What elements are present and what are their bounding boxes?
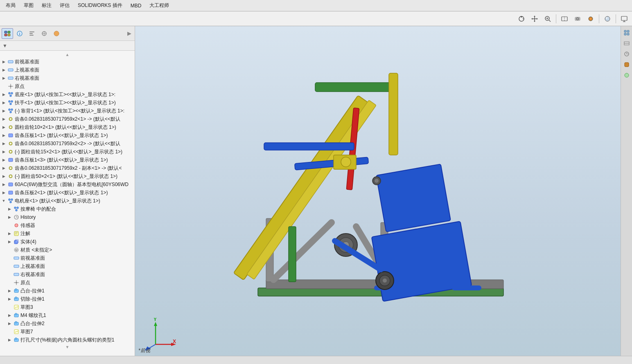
appearance-tab[interactable] (51, 28, 62, 39)
tree-item-item-yaoyi1[interactable]: ▶(-) 靠背1<1> (默认<按加工><<默认>_显示状态 1>: (0, 107, 135, 115)
tree-toggle-item-youshi-jizhu[interactable]: ▶ (1, 75, 7, 81)
tree-toggle-item-caotu7[interactable] (7, 329, 12, 335)
tree-item-item-60ac-motor[interactable]: ▶60AC(6W)微型交流（圆轴）基本型电机[60YS06WD (0, 180, 135, 189)
right-icon-3[interactable] (622, 49, 632, 59)
right-icon-4[interactable] (622, 60, 632, 70)
toolbar-pan[interactable] (528, 13, 541, 25)
tree-toggle-item-zhujie[interactable]: ▶ (7, 231, 12, 236)
tree-toggle-item-anmoyi-peihe[interactable]: ▶ (7, 206, 12, 212)
tree-toggle-item-chitiaoban1[interactable]: ▶ (1, 133, 7, 138)
tree-item-item-qianshi-jizhu2[interactable]: 前视基准面 (0, 254, 135, 262)
tree-toggle-item-history[interactable]: ▶ (7, 214, 12, 220)
tree-item-item-chitiaoban2[interactable]: ▶齿条压板2<1> (默认<<默认>_显示状态 1>) (0, 189, 135, 197)
tree-label-item-tutai-lashen1: 凸台-拉伸1 (20, 288, 45, 294)
tree-toggle-item-dizuo[interactable]: ▶ (1, 92, 7, 97)
tree-toggle-item-chitiao1[interactable]: ▶ (1, 116, 7, 122)
tree-toggle-item-caotu3[interactable] (7, 304, 12, 310)
toolbar-zoom[interactable] (542, 13, 554, 25)
tree-item-item-qiechu-lashen1[interactable]: ▶切除-拉伸1 (0, 295, 135, 303)
tree-toggle-item-yuandian[interactable] (1, 83, 7, 89)
tree-toggle-item-fushou[interactable]: ▶ (1, 100, 7, 106)
tree-toggle-item-shiti4[interactable]: ▶ (7, 239, 12, 245)
toolbar-rotate-view[interactable] (515, 13, 528, 25)
toolbar-render[interactable] (601, 13, 614, 25)
tree-item-item-yuandian[interactable]: 原点 (0, 82, 135, 90)
tree-toggle-item-shangshi-jizhu2[interactable] (7, 263, 12, 269)
tree-toggle-item-youshi-jizhu2[interactable] (7, 272, 12, 277)
tree-item-item-youshi-jizhu2[interactable]: 右视基准面 (0, 270, 135, 279)
menu-buju[interactable]: 布局 (2, 0, 20, 11)
tree-item-item-m4-luowen[interactable]: ▶M4 螺纹孔1 (0, 311, 135, 319)
config-tab[interactable] (26, 28, 38, 39)
tree-item-item-fushou[interactable]: ▶扶手<1> (默认<按加工><<默认>_显示状态 1>) (0, 99, 135, 107)
tree-item-item-caizhi[interactable]: M材质 <未指定> (0, 246, 135, 254)
tree-item-item-chitiao1[interactable]: ▶齿条0.0628318530717959x2<1> -> (默认<<默认 (0, 115, 135, 123)
toolbar-monitor[interactable] (618, 13, 630, 25)
tree-item-item-dizuo[interactable]: ▶底座<1> (默认<按加工><<默认>_显示状态 1>: (0, 90, 135, 99)
right-icon-5[interactable] (622, 70, 632, 80)
tree-item-item-yuanzhuchilun50[interactable]: ▶(-) 圆柱齿50×2<1> (默认<<默认>_显示状态 1>) (0, 172, 135, 180)
tree-toggle-item-yuanzhulunchilun10[interactable]: ▶ (1, 124, 7, 130)
tree-toggle-item-chuanganqi[interactable] (7, 222, 12, 228)
tree-toggle-item-dakong-chi[interactable]: ▶ (7, 337, 12, 343)
tree-item-item-yuanzhulunchilun10[interactable]: ▶圆柱齿轮10×2<1> (默认<<默认>_显示状态 1>) (0, 123, 135, 131)
tree-toggle-item-tutai-lashen1[interactable]: ▶ (7, 288, 12, 294)
tree-item-item-qianshi-jizhu[interactable]: ▶前视基准面 (0, 58, 135, 66)
tree-toggle-item-chitiao3[interactable]: ▶ (1, 165, 7, 171)
feature-tree-tab[interactable] (2, 28, 13, 39)
tree-item-item-chitiao3[interactable]: ▶齿条0.0628318530717959x2 - 副本<1> -> (默认< (0, 164, 135, 172)
menu-biaozu[interactable]: 标注 (38, 0, 56, 11)
tree-toggle-item-tutai-lashen2[interactable]: ▶ (7, 321, 12, 326)
tree-toggle-item-m4-luowen[interactable]: ▶ (7, 312, 12, 318)
tree-item-item-yuanzhulunchilun15[interactable]: ▶(-) 圆柱齿轮15×2<1> (默认<<默认>_显示状态 1>) (0, 148, 135, 156)
tree-toggle-item-yuanzhulunchilun15[interactable]: ▶ (1, 149, 7, 155)
tree-item-item-tutai-lashen1[interactable]: ▶凸台-拉伸1 (0, 287, 135, 295)
tree-item-item-caotu7[interactable]: 草图7 (0, 328, 135, 336)
tree-toggle-item-qianshi-jizhu2[interactable] (7, 255, 12, 261)
tree-item-item-chitiao2[interactable]: ▶齿条0.0628318530717959x2<2> -> (默认<<默认 (0, 139, 135, 148)
menu-mbd[interactable]: MBD (126, 0, 146, 11)
toolbar-appearance[interactable] (585, 13, 597, 25)
feature-tree[interactable]: ▲ ▶前视基准面▶上视基准面▶右视基准面原点▶底座<1> (默认<按加工><<默… (0, 51, 135, 361)
tree-item-item-caotu3[interactable]: 草图3 (0, 303, 135, 311)
menu-caotu[interactable]: 草图 (20, 0, 38, 11)
tree-item-item-dianjizuo[interactable]: ▼电机座<1> (默认<<默认>_显示状态 1>) (0, 197, 135, 205)
tree-toggle-item-yuanzhuchilun50[interactable]: ▶ (1, 173, 7, 179)
right-icon-1[interactable] (622, 28, 632, 38)
tree-toggle-item-chitiaoban3[interactable]: ▶ (1, 157, 7, 163)
tree-item-item-history[interactable]: ▶History (0, 213, 135, 221)
tree-item-item-zhujie[interactable]: ▶注解 (0, 229, 135, 238)
tree-item-item-chitiaoban1[interactable]: ▶齿条压板1<1> (默认<<默认>_显示状态 1>) (0, 131, 135, 139)
tree-item-item-dakong-chi[interactable]: ▶打孔尺寸(%根据)内六角圆柱头螺钉的类型1 (0, 336, 135, 344)
tree-item-item-anmoyi-peihe[interactable]: ▶按摩椅 中的配合 (0, 205, 135, 213)
tree-toggle-item-60ac-motor[interactable]: ▶ (1, 182, 7, 187)
tree-item-item-shiti4[interactable]: ▶实体(4) (0, 238, 135, 246)
tree-item-item-shangshi-jizhu[interactable]: ▶上视基准面 (0, 66, 135, 74)
tree-toggle-item-chitiao2[interactable]: ▶ (1, 141, 7, 146)
tree-label-item-yuanzhulunchilun15: (-) 圆柱齿轮15×2<1> (默认<<默认>_显示状态 1>) (15, 148, 122, 155)
tree-toggle-item-yuandian2[interactable] (7, 280, 12, 285)
viewport-3d[interactable]: Y X *前视 (135, 26, 621, 364)
property-tab[interactable]: i (14, 28, 25, 39)
menu-pinggu[interactable]: 评估 (56, 0, 74, 11)
tree-item-item-shangshi-jizhu2[interactable]: 上视基准面 (0, 262, 135, 270)
toolbar-section-view[interactable] (558, 13, 571, 25)
tree-toggle-item-qianshi-jizhu[interactable]: ▶ (1, 59, 7, 65)
right-icon-2[interactable] (622, 38, 632, 48)
menu-solidworks[interactable]: SOLIDWORKS 插件 (74, 0, 126, 11)
tree-toggle-item-yaoyi1[interactable]: ▶ (1, 108, 7, 114)
expand-panel-btn[interactable]: ▶ (126, 29, 133, 37)
tree-item-item-chuanganqi[interactable]: 传感器 (0, 221, 135, 229)
tree-item-item-chitiaoban3[interactable]: ▶齿条压板1<3> (默认<<默认>_显示状态 1>) (0, 156, 135, 164)
tree-toggle-item-dianjizuo[interactable]: ▼ (1, 198, 7, 204)
menu-dagongchengshi[interactable]: 大工程师 (145, 0, 173, 11)
tree-item-item-youshi-jizhu[interactable]: ▶右视基准面 (0, 74, 135, 82)
tree-toggle-item-chitiaoban2[interactable]: ▶ (1, 190, 7, 195)
tree-toggle-item-shangshi-jizhu[interactable]: ▶ (1, 67, 7, 73)
tree-item-item-tutai-lashen2[interactable]: ▶凸台-拉伸2 (0, 319, 135, 328)
center-tab[interactable] (38, 28, 50, 39)
tree-item-item-yuandian2[interactable]: 原点 (0, 279, 135, 287)
tree-toggle-item-caizhi[interactable] (7, 247, 12, 253)
toolbar-display[interactable] (571, 13, 584, 25)
tree-toggle-item-qiechu-lashen1[interactable]: ▶ (7, 296, 12, 302)
